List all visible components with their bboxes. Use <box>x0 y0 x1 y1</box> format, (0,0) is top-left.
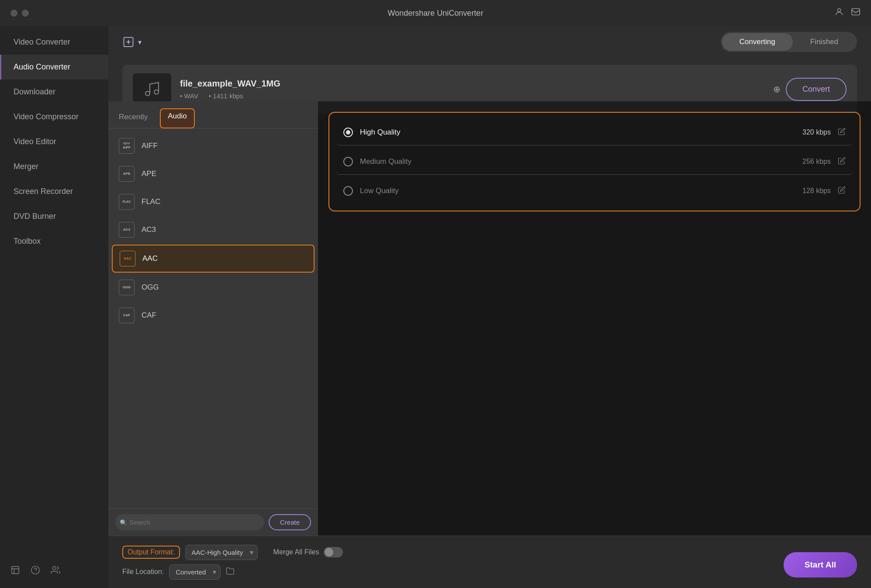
titlebar: Wondershare UniConverter <box>0 0 871 26</box>
users-icon[interactable] <box>51 565 60 578</box>
start-all-button[interactable]: Start All <box>784 552 857 578</box>
svg-point-7 <box>154 90 159 94</box>
format-footer: 🔍 Create <box>108 508 318 536</box>
file-area: file_example_WAV_1MG WAV 1411 kbps ⊕ Con… <box>108 58 871 536</box>
high-quality-radio[interactable] <box>343 128 353 137</box>
high-quality-edit-icon[interactable] <box>838 128 846 137</box>
format-item-aac[interactable]: AAC AAC <box>112 245 315 273</box>
file-meta: WAV 1411 kbps <box>180 92 764 100</box>
svg-rect-2 <box>12 567 19 574</box>
output-format-label: Output Format: <box>122 546 180 559</box>
ac3-icon: AC3 <box>119 222 135 238</box>
output-row: Output Format: AAC-High Quality Merge Al… <box>122 545 857 560</box>
file-thumbnail <box>133 73 171 105</box>
tab-converting[interactable]: Converting <box>722 33 793 51</box>
convert-button[interactable]: Convert <box>786 78 847 101</box>
medium-quality-radio[interactable] <box>343 157 353 166</box>
quality-item-high[interactable]: High Quality 320 kbps <box>336 120 853 145</box>
low-quality-kbps: 128 kbps <box>802 187 831 195</box>
minimize-btn[interactable] <box>22 10 29 17</box>
chevron-down-icon[interactable]: ▾ <box>138 38 142 46</box>
medium-quality-label: Medium Quality <box>360 157 795 166</box>
file-location-select-wrap: Converted <box>169 564 221 580</box>
file-name: file_example_WAV_1MG <box>180 79 764 89</box>
close-btn[interactable] <box>10 10 17 17</box>
format-search-input[interactable] <box>115 514 264 530</box>
app-title: Wondershare UniConverter <box>388 9 484 18</box>
window-controls[interactable] <box>10 10 29 17</box>
output-format-select-wrap: AAC-High Quality <box>185 545 258 560</box>
high-quality-kbps: 320 kbps <box>802 128 831 136</box>
aac-icon: AAC <box>120 251 135 266</box>
tab-finished[interactable]: Finished <box>793 33 856 51</box>
low-quality-radio[interactable] <box>343 186 353 196</box>
low-quality-edit-icon[interactable] <box>838 186 846 196</box>
quality-item-low[interactable]: Low Quality 128 kbps <box>336 178 853 204</box>
quality-panel: High Quality 320 kbps <box>318 101 871 536</box>
format-search-wrap: 🔍 <box>115 514 264 530</box>
sidebar-item-merger[interactable]: Merger <box>0 154 108 179</box>
user-icon[interactable] <box>834 7 844 19</box>
file-info: file_example_WAV_1MG WAV 1411 kbps <box>180 79 764 100</box>
message-icon[interactable] <box>851 7 861 19</box>
svg-point-0 <box>837 9 840 12</box>
search-icon: 🔍 <box>120 519 127 526</box>
flac-icon: FLAC <box>119 194 135 210</box>
format-item-ac3[interactable]: AC3 AC3 <box>108 216 318 244</box>
file-bitrate: 1411 kbps <box>209 92 243 100</box>
format-list[interactable]: RIFF AIFF AIFF APE APE <box>108 128 318 508</box>
sidebar-item-video-editor[interactable]: Video Editor <box>0 129 108 154</box>
bottombar: Output Format: AAC-High Quality Merge Al… <box>108 536 871 588</box>
format-item-flac[interactable]: FLAC FLAC <box>108 188 318 216</box>
sidebar-item-video-converter[interactable]: Video Converter <box>0 30 108 55</box>
content-area: ▾ Converting Finished <box>108 26 871 588</box>
format-tabs: Recently Audio <box>108 101 318 128</box>
low-quality-label: Low Quality <box>360 187 795 195</box>
sidebar-item-dvd-burner[interactable]: DVD Burner <box>0 204 108 229</box>
output-format-select[interactable]: AAC-High Quality <box>185 545 258 560</box>
caf-icon: CAF <box>119 308 135 323</box>
high-quality-label: High Quality <box>360 128 795 137</box>
quality-item-medium[interactable]: Medium Quality 256 kbps <box>336 149 853 175</box>
sidebar: Video Converter Audio Converter Download… <box>0 26 108 588</box>
ogg-icon: OGG <box>119 280 135 295</box>
sidebar-item-downloader[interactable]: Downloader <box>0 80 108 104</box>
file-format: WAV <box>180 92 198 100</box>
folder-icon[interactable] <box>226 567 235 578</box>
ape-icon: APE <box>119 166 135 182</box>
format-overlay: Recently Audio RIFF AIFF <box>108 101 871 536</box>
merge-label: Merge All Files <box>273 548 319 556</box>
merge-toggle[interactable] <box>324 547 343 557</box>
add-files-button[interactable]: ▾ <box>122 36 142 48</box>
medium-quality-kbps: 256 kbps <box>802 158 831 166</box>
quality-box: High Quality 320 kbps <box>328 112 861 211</box>
sidebar-item-video-compressor[interactable]: Video Compressor <box>0 104 108 129</box>
file-location-label: File Location: <box>122 568 164 576</box>
format-item-ogg[interactable]: OGG OGG <box>108 273 318 301</box>
book-icon[interactable] <box>10 565 20 578</box>
file-location-select[interactable]: Converted <box>169 564 221 580</box>
medium-quality-edit-icon[interactable] <box>838 157 846 166</box>
format-tab-audio[interactable]: Audio <box>160 108 194 128</box>
question-icon[interactable] <box>31 565 40 578</box>
topbar: ▾ Converting Finished <box>108 26 871 58</box>
format-item-ape[interactable]: APE APE <box>108 160 318 188</box>
sidebar-item-toolbox[interactable]: Toolbox <box>0 229 108 254</box>
sidebar-item-audio-converter[interactable]: Audio Converter <box>0 55 108 80</box>
titlebar-icons <box>834 7 861 19</box>
svg-point-6 <box>145 91 150 96</box>
svg-point-3 <box>31 566 39 574</box>
location-row: File Location: Converted <box>122 564 857 580</box>
format-item-aiff[interactable]: RIFF AIFF AIFF <box>108 132 318 160</box>
format-item-caf[interactable]: CAF CAF <box>108 301 318 329</box>
aiff-icon: RIFF AIFF <box>119 138 135 154</box>
format-panel: Recently Audio RIFF AIFF <box>108 101 318 536</box>
tab-group: Converting Finished <box>721 32 857 52</box>
sidebar-bottom <box>0 555 108 588</box>
svg-rect-1 <box>852 9 860 15</box>
create-button[interactable]: Create <box>269 514 311 530</box>
format-tab-recently[interactable]: Recently <box>117 108 149 128</box>
add-file-icon[interactable]: ⊕ <box>773 84 781 94</box>
sidebar-item-screen-recorder[interactable]: Screen Recorder <box>0 179 108 204</box>
merge-group: Merge All Files <box>273 547 343 557</box>
